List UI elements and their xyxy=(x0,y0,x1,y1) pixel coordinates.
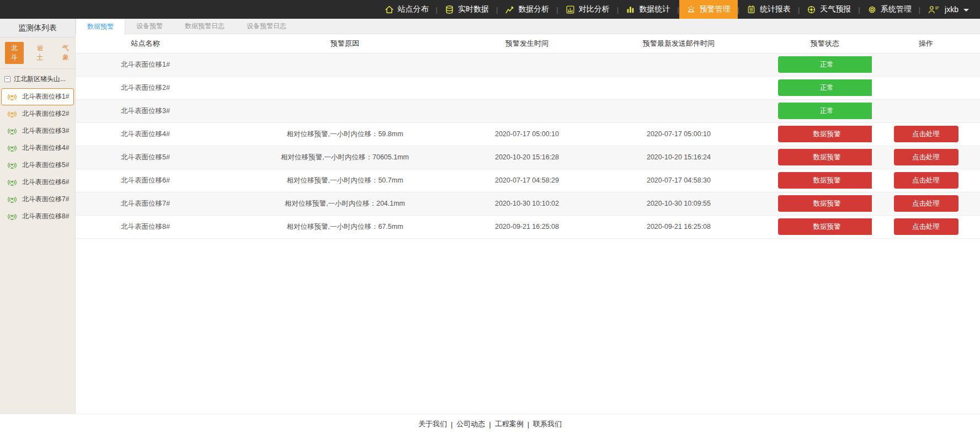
user-icon xyxy=(928,5,940,14)
sidebar-item-station[interactable]: 北斗表面位移3# xyxy=(0,122,75,140)
compare-chart-icon xyxy=(566,5,575,14)
nav-item-label: 对比分析 xyxy=(579,4,610,14)
broadcast-icon xyxy=(7,93,17,101)
site-cell: 北斗表面位移7# xyxy=(76,192,215,215)
reason-cell xyxy=(215,53,475,76)
sidebar-item-station[interactable]: 北斗表面位移8# xyxy=(0,208,75,225)
sidebar-item-station[interactable]: 北斗表面位移1# xyxy=(1,88,74,105)
footer-separator: | xyxy=(489,420,491,428)
sidebar-item-station[interactable]: 北斗表面位移2# xyxy=(0,105,75,122)
station-label: 北斗表面位移4# xyxy=(22,143,69,153)
mailed-cell: 2020-10-30 10:09:55 xyxy=(579,192,778,215)
broadcast-icon xyxy=(7,144,17,153)
status-cell: 正常 xyxy=(778,76,872,99)
top-navbar: 站点分布|实时数据|数据分析|对比分析|数据统计|预警管理|统计报表|天气预报|… xyxy=(0,0,980,19)
nav-item-3[interactable]: 数据分析 xyxy=(498,0,556,19)
status-cell: 正常 xyxy=(778,53,872,76)
reason-cell: 相对位移预警,一小时内位移：50.7mm xyxy=(215,169,475,192)
action-cell xyxy=(872,76,980,99)
nav-item-1[interactable]: 站点分布 xyxy=(377,0,436,19)
nav-item-7[interactable]: 统计报表 xyxy=(739,0,798,19)
warning-table: 站点名称预警原因预警发生时间预警最新发送邮件时间预警状态操作 北斗表面位移1#正… xyxy=(76,34,980,239)
broadcast-icon xyxy=(7,110,17,119)
nav-item-8[interactable]: 天气预报 xyxy=(800,0,858,19)
sidebar-title: 监测体列表 xyxy=(0,19,75,37)
nav-item-5[interactable]: 数据统计 xyxy=(619,0,677,19)
handle-button[interactable]: 点击处理 xyxy=(894,195,958,212)
status-cell: 数据预警 xyxy=(778,146,872,169)
station-list: 北斗表面位移1#北斗表面位移2#北斗表面位移3#北斗表面位移4#北斗表面位移5#… xyxy=(0,88,75,225)
nav-item-label: 预警管理 xyxy=(700,4,731,14)
tree-node-region[interactable]: − 江北新区猪头山... xyxy=(0,69,75,88)
footer-link-3[interactable]: 工程案例 xyxy=(495,419,524,429)
gear-icon xyxy=(867,5,877,14)
reason-cell: 相对位移预警,一小时内位移：59.8mm xyxy=(215,122,475,146)
sidebar-tab-1[interactable]: 北斗 xyxy=(5,42,24,64)
nav-item-6[interactable]: 预警管理 xyxy=(679,0,738,19)
handle-button[interactable]: 点击处理 xyxy=(894,126,958,142)
main-content: 数据预警设备预警数据预警日志设备预警日志 站点名称预警原因预警发生时间预警最新发… xyxy=(76,19,980,414)
nav-item-4[interactable]: 对比分析 xyxy=(558,0,617,19)
footer-separator: | xyxy=(528,420,529,428)
bar-chart-icon xyxy=(626,5,635,14)
status-badge: 数据预警 xyxy=(778,149,872,165)
nav-item-2[interactable]: 实时数据 xyxy=(438,0,496,19)
monitoring-sidebar: 监测体列表 北斗岩土气象 − 江北新区猪头山... 北斗表面位移1#北斗表面位移… xyxy=(0,19,76,414)
tab-4[interactable]: 设备预警日志 xyxy=(236,19,297,34)
column-header: 站点名称 xyxy=(76,34,215,53)
mailed-cell xyxy=(579,99,778,122)
footer-link-1[interactable]: 关于我们 xyxy=(418,419,447,429)
reason-cell: 相对位移预警,一小时内位移：70605.1mm xyxy=(215,146,475,169)
nav-item-label: 统计报表 xyxy=(760,4,791,14)
tab-3[interactable]: 数据预警日志 xyxy=(174,19,236,34)
station-label: 北斗表面位移1# xyxy=(22,92,69,101)
nav-item-label: 实时数据 xyxy=(458,4,489,14)
tab-1[interactable]: 数据预警 xyxy=(76,19,125,34)
sidebar-item-station[interactable]: 北斗表面位移5# xyxy=(0,157,75,174)
reason-cell: 相对位移预警,一小时内位移：204.1mm xyxy=(215,192,475,215)
warning-tabs: 数据预警设备预警数据预警日志设备预警日志 xyxy=(76,19,980,34)
occurred-cell: 2020-07-17 04:58:29 xyxy=(475,169,579,192)
status-cell: 数据预警 xyxy=(778,192,872,215)
status-cell: 数据预警 xyxy=(778,122,872,146)
line-chart-icon xyxy=(505,5,514,14)
table-row: 北斗表面位移8#相对位移预警,一小时内位移：67.5mm2020-09-21 1… xyxy=(76,215,980,238)
page-footer: 关于我们|公司动态|工程案例|联系我们 xyxy=(0,414,980,434)
station-label: 北斗表面位移6# xyxy=(22,178,69,187)
chevron-down-icon xyxy=(963,9,969,12)
nav-item-9[interactable]: 系统管理 xyxy=(860,0,919,19)
broadcast-icon xyxy=(7,127,17,136)
sidebar-item-station[interactable]: 北斗表面位移4# xyxy=(0,140,75,157)
status-cell: 正常 xyxy=(778,99,872,122)
status-badge: 数据预警 xyxy=(778,195,872,212)
report-icon xyxy=(747,5,756,14)
footer-link-4[interactable]: 联系我们 xyxy=(533,419,562,429)
table-row: 北斗表面位移5#相对位移预警,一小时内位移：70605.1mm2020-10-2… xyxy=(76,146,980,169)
sidebar-item-station[interactable]: 北斗表面位移6# xyxy=(0,174,75,191)
table-row: 北斗表面位移3#正常 xyxy=(76,99,980,122)
footer-link-2[interactable]: 公司动态 xyxy=(456,419,485,429)
tab-2[interactable]: 设备预警 xyxy=(125,19,174,34)
station-label: 北斗表面位移7# xyxy=(22,195,69,204)
page-body: 监测体列表 北斗岩土气象 − 江北新区猪头山... 北斗表面位移1#北斗表面位移… xyxy=(0,19,980,414)
collapse-icon[interactable]: − xyxy=(4,76,10,82)
column-header: 预警发生时间 xyxy=(475,34,579,53)
station-label: 北斗表面位移5# xyxy=(22,160,69,170)
status-badge: 正常 xyxy=(778,79,872,96)
occurred-cell: 2020-09-21 16:25:08 xyxy=(475,215,579,238)
handle-button[interactable]: 点击处理 xyxy=(894,218,958,235)
site-cell: 北斗表面位移8# xyxy=(76,215,215,238)
action-cell: 点击处理 xyxy=(872,215,980,238)
sidebar-tab-2[interactable]: 岩土 xyxy=(31,42,50,64)
sidebar-item-station[interactable]: 北斗表面位移7# xyxy=(0,191,75,208)
occurred-cell: 2020-07-17 05:00:10 xyxy=(475,122,579,146)
user-menu[interactable]: jxkb xyxy=(920,5,972,14)
station-label: 北斗表面位移2# xyxy=(22,109,69,119)
username: jxkb xyxy=(945,5,958,14)
occurred-cell: 2020-10-20 15:16:28 xyxy=(475,146,579,169)
occurred-cell xyxy=(475,99,579,122)
handle-button[interactable]: 点击处理 xyxy=(894,149,958,165)
broadcast-icon xyxy=(7,161,17,170)
sidebar-tab-3[interactable]: 气象 xyxy=(56,42,75,64)
handle-button[interactable]: 点击处理 xyxy=(894,172,958,189)
